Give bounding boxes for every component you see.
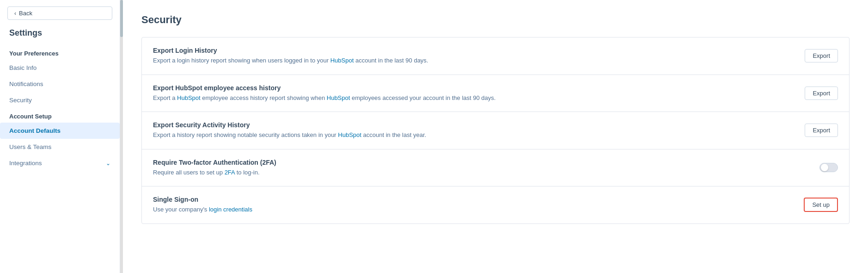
sidebar-item-label: Notifications xyxy=(9,81,43,87)
toggle-knob xyxy=(821,164,828,171)
settings-title: Settings xyxy=(0,26,120,45)
export-employee-access-row: Export HubSpot employee access history E… xyxy=(142,75,849,112)
export-security-activity-row: Export Security Activity History Export … xyxy=(142,112,849,149)
sidebar-item-label: Integrations xyxy=(9,160,42,167)
chevron-down-icon: ⌄ xyxy=(106,160,110,167)
main-content: Security Export Login History Export a l… xyxy=(123,0,868,273)
sidebar-item-label: Security xyxy=(9,97,32,104)
back-button-label: Back xyxy=(19,10,32,17)
section-header-preferences: Your Preferences xyxy=(0,45,120,60)
sidebar-item-label: Users & Teams xyxy=(9,143,51,150)
export-employee-access-button[interactable]: Export xyxy=(805,87,838,100)
row-title-2fa: Require Two-factor Authentication (2FA) xyxy=(153,159,819,166)
row-title-export-employee: Export HubSpot employee access history xyxy=(153,84,805,92)
row-desc-sso: Use your company's login credentials xyxy=(153,205,804,214)
sidebar-item-users-teams[interactable]: Users & Teams xyxy=(0,139,120,155)
row-left: Export Security Activity History Export … xyxy=(153,121,805,140)
2fa-toggle[interactable] xyxy=(819,163,838,172)
toggle-container-2fa xyxy=(819,163,838,172)
row-desc-export-employee: Export a HubSpot employee access history… xyxy=(153,93,805,103)
row-left: Export HubSpot employee access history E… xyxy=(153,84,805,103)
security-section-card: Export Login History Export a login hist… xyxy=(141,37,850,224)
2fa-link[interactable]: 2FA xyxy=(225,169,235,176)
row-desc-export-login: Export a login history report showing wh… xyxy=(153,56,805,65)
scroll-thumb[interactable] xyxy=(120,0,123,37)
login-credentials-link[interactable]: login credentials xyxy=(209,206,252,213)
export-security-activity-button[interactable]: Export xyxy=(805,124,838,137)
export-login-history-row: Export Login History Export a login hist… xyxy=(142,37,849,75)
sidebar-item-label: Account Defaults xyxy=(9,127,61,134)
sidebar-item-notifications[interactable]: Notifications xyxy=(0,76,120,92)
sidebar-item-integrations[interactable]: Integrations ⌄ xyxy=(0,155,120,171)
row-left: Require Two-factor Authentication (2FA) … xyxy=(153,159,819,177)
sidebar-item-account-defaults[interactable]: Account Defaults xyxy=(0,123,120,139)
row-left: Single Sign-on Use your company's login … xyxy=(153,196,804,214)
export-login-history-button[interactable]: Export xyxy=(805,49,838,62)
back-arrow-icon: ‹ xyxy=(14,10,16,17)
row-left: Export Login History Export a login hist… xyxy=(153,47,805,65)
row-title-sso: Single Sign-on xyxy=(153,196,804,203)
hubspot-link2[interactable]: HubSpot xyxy=(327,94,350,101)
hubspot-link[interactable]: HubSpot xyxy=(330,57,354,64)
sidebar: ‹ Back Settings Your Preferences Basic I… xyxy=(0,0,120,273)
row-title-export-security: Export Security Activity History xyxy=(153,121,805,129)
sidebar-item-label: Basic Info xyxy=(9,64,37,71)
scroll-track[interactable] xyxy=(120,0,123,273)
page-title: Security xyxy=(141,14,850,26)
row-desc-export-security: Export a history report showing notable … xyxy=(153,130,805,140)
sidebar-item-basic-info[interactable]: Basic Info xyxy=(0,60,120,76)
single-sign-on-row: Single Sign-on Use your company's login … xyxy=(142,186,849,223)
hubspot-link[interactable]: HubSpot xyxy=(338,131,361,138)
back-button[interactable]: ‹ Back xyxy=(7,6,112,20)
require-2fa-row: Require Two-factor Authentication (2FA) … xyxy=(142,149,849,187)
setup-sso-button[interactable]: Set up xyxy=(804,198,838,212)
row-title-export-login: Export Login History xyxy=(153,47,805,54)
section-header-account-setup: Account Setup xyxy=(0,108,120,123)
hubspot-link[interactable]: HubSpot xyxy=(177,94,201,101)
sidebar-item-security[interactable]: Security xyxy=(0,92,120,108)
row-desc-2fa: Require all users to set up 2FA to log-i… xyxy=(153,168,819,177)
